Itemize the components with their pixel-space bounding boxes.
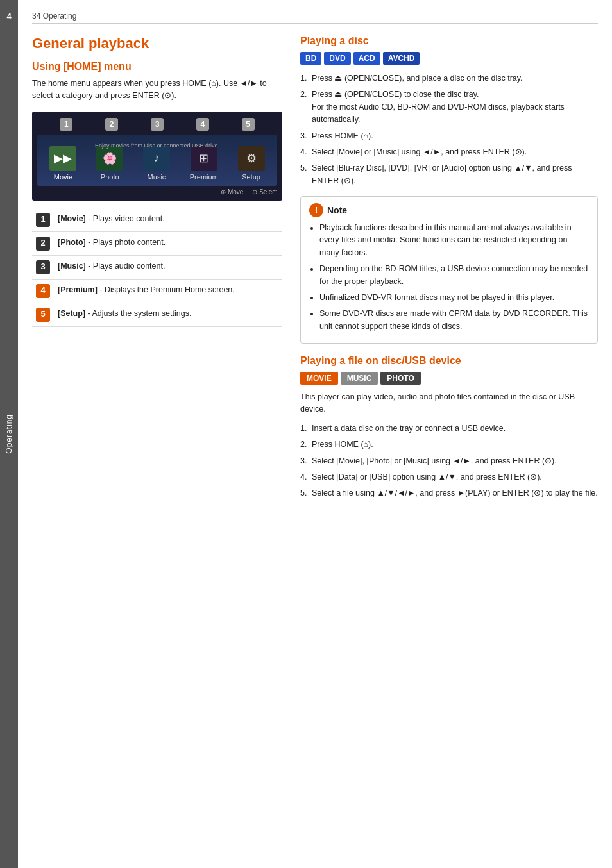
- list-item: 4. Select [Data] or [USB] option using ▲…: [300, 471, 598, 483]
- playing-file-desc: This player can play video, audio and ph…: [300, 391, 598, 416]
- menu-label-movie: Movie: [54, 173, 72, 181]
- home-menu-desc: The home menu appears when you press HOM…: [32, 78, 282, 103]
- list-item: 2. Press HOME (⌂).: [300, 438, 598, 451]
- playing-file-title: Playing a file on disc/USB device: [300, 355, 598, 367]
- menu-label-photo: Photo: [101, 173, 119, 181]
- note-box: ! Note Playback functions described in t…: [300, 196, 598, 344]
- list-item: 1. Press ⏏ (OPEN/CLOSE), and place a dis…: [300, 72, 598, 85]
- photo-icon: 🌸: [96, 146, 123, 171]
- disc-badges: BD DVD ACD AVCHD: [300, 52, 598, 65]
- menu-footer-select: ⊙ Select: [252, 188, 277, 196]
- list-item: 3. Select [Movie], [Photo] or [Music] us…: [300, 455, 598, 467]
- menu-item-photo[interactable]: 🌸 Photo: [96, 146, 123, 181]
- main-content: 34 Operating General playback Using [HOM…: [18, 0, 612, 868]
- menu-item-1-desc: [Movie] - Plays video content.: [54, 208, 282, 232]
- menu-item-5-desc: [Setup] - Adjusts the system settings.: [54, 303, 282, 326]
- badge-dvd: DVD: [324, 52, 350, 65]
- table-row: 3 [Music] - Plays audio content.: [32, 255, 282, 279]
- menu-item-music[interactable]: ♪ Music: [143, 146, 170, 181]
- page-header-text: 34 Operating: [32, 12, 76, 21]
- badge-2: 2: [36, 237, 50, 251]
- menu-item-setup[interactable]: ⚙ Setup: [238, 146, 265, 181]
- menu-footer-move: ⊕ Move: [221, 188, 243, 196]
- list-item: 3. Press HOME (⌂).: [300, 130, 598, 142]
- side-tab: 4 Operating: [0, 0, 18, 868]
- badge-music: MUSIC: [341, 372, 378, 385]
- badge-4: 4: [36, 284, 50, 298]
- menu-center-text: Enjoy movies from Disc or connected USB …: [95, 142, 219, 149]
- list-item: Unfinalized DVD-VR format discs may not …: [319, 292, 589, 304]
- menu-screenshot: 1 2 3 4 5 Enjoy movies from Disc or conn…: [32, 112, 282, 201]
- menu-num-2: 2: [105, 118, 118, 131]
- badge-photo: PHOTO: [380, 372, 420, 385]
- main-title: General playback: [32, 35, 282, 52]
- menu-item-movie[interactable]: ▶▶ Movie: [49, 146, 76, 181]
- menu-num-4: 4: [196, 118, 209, 131]
- note-list: Playback functions described in this man…: [309, 222, 589, 333]
- list-item: 1. Insert a data disc on the tray or con…: [300, 422, 598, 435]
- menu-item-3-desc: [Music] - Plays audio content.: [54, 255, 282, 279]
- file-badges: MOVIE MUSIC PHOTO: [300, 372, 598, 385]
- two-col-layout: General playback Using [HOME] menu The h…: [32, 35, 598, 509]
- menu-items-row: Enjoy movies from Disc or connected USB …: [37, 135, 277, 186]
- music-icon: ♪: [143, 146, 170, 171]
- menu-num-5: 5: [242, 118, 255, 131]
- menu-item-4-desc: [Premium] - Displays the Premium Home sc…: [54, 279, 282, 303]
- home-menu-title: Using [HOME] menu: [32, 61, 282, 72]
- list-item: Depending on the BD-ROM titles, a USB de…: [319, 263, 589, 288]
- table-row: 2 [Photo] - Plays photo content.: [32, 231, 282, 255]
- badge-5: 5: [36, 308, 50, 322]
- list-item: Playback functions described in this man…: [319, 222, 589, 259]
- badge-movie: MOVIE: [300, 372, 338, 385]
- menu-label-premium: Premium: [190, 173, 218, 181]
- setup-icon: ⚙: [238, 146, 265, 171]
- menu-item-2-desc: [Photo] - Plays photo content.: [54, 231, 282, 255]
- table-row: 5 [Setup] - Adjusts the system settings.: [32, 303, 282, 326]
- col-right: Playing a disc BD DVD ACD AVCHD 1. Press…: [300, 35, 598, 509]
- page-wrapper: 4 Operating 34 Operating General playbac…: [0, 0, 612, 868]
- list-item: 5. Select a file using ▲/▼/◄/►, and pres…: [300, 487, 598, 499]
- col-left: General playback Using [HOME] menu The h…: [32, 35, 282, 509]
- list-item: Some DVD-VR discs are made with CPRM dat…: [319, 308, 589, 333]
- menu-footer: ⊕ Move ⊙ Select: [37, 188, 277, 196]
- list-item: 2. Press ⏏ (OPEN/CLOSE) to close the dis…: [300, 88, 598, 126]
- menu-num-3: 3: [151, 118, 164, 131]
- badge-bd: BD: [300, 52, 321, 65]
- note-icon: !: [309, 203, 323, 217]
- playing-disc-steps: 1. Press ⏏ (OPEN/CLOSE), and place a dis…: [300, 72, 598, 187]
- list-item: 4. Select [Movie] or [Music] using ◄/►, …: [300, 146, 598, 158]
- chapter-number: 4: [0, 12, 18, 21]
- list-item: 5. Select [Blu-ray Disc], [DVD], [VR] or…: [300, 162, 598, 187]
- badge-1: 1: [36, 213, 50, 227]
- page-header: 34 Operating: [32, 12, 598, 24]
- playing-disc-section: Playing a disc BD DVD ACD AVCHD: [300, 35, 598, 65]
- menu-numbers-row: 1 2 3 4 5: [37, 118, 277, 131]
- menu-label-setup: Setup: [242, 173, 260, 181]
- table-row: 1 [Movie] - Plays video content.: [32, 208, 282, 232]
- menu-num-1: 1: [60, 118, 72, 131]
- movie-icon: ▶▶: [49, 146, 76, 171]
- table-row: 4 [Premium] - Displays the Premium Home …: [32, 279, 282, 303]
- badge-acd: ACD: [353, 52, 380, 65]
- badge-3: 3: [36, 260, 50, 274]
- menu-label-music: Music: [148, 173, 166, 181]
- playing-disc-title: Playing a disc: [300, 35, 598, 47]
- note-title: Note: [327, 205, 347, 215]
- menu-item-premium[interactable]: ⊞ Premium: [190, 146, 218, 181]
- premium-icon: ⊞: [191, 146, 217, 171]
- playing-file-steps: 1. Insert a data disc on the tray or con…: [300, 422, 598, 500]
- note-header: ! Note: [309, 203, 589, 217]
- menu-items-table: 1 [Movie] - Plays video content. 2 [Phot…: [32, 208, 282, 327]
- chapter-label: Operating: [4, 414, 13, 454]
- badge-avchd: AVCHD: [383, 52, 420, 65]
